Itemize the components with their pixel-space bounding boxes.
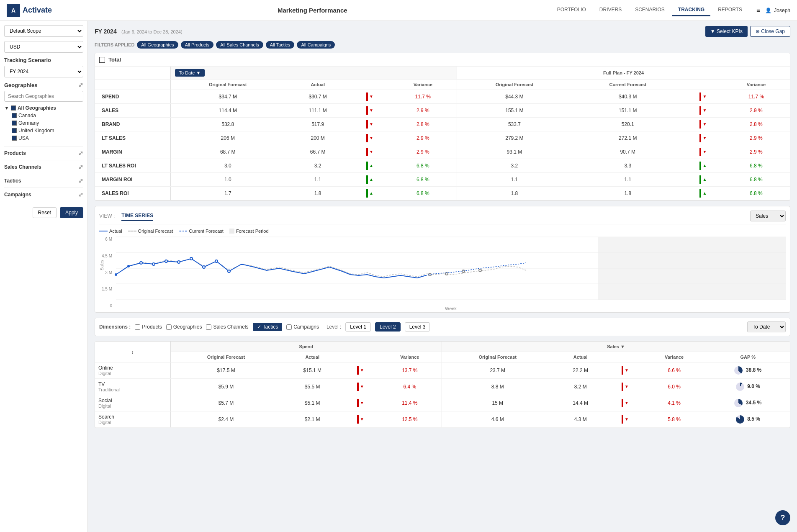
sa-bar-col: ▼ [608,379,643,395]
nav-scenarios[interactable]: SCENARIOS [629,4,671,16]
geo-canada[interactable]: Canada [12,112,83,119]
help-button[interactable]: ? [775,510,790,525]
filter-all-tactics[interactable]: All Tactics [266,41,295,49]
metric-select[interactable]: Sales [750,211,786,221]
scope-select[interactable]: Default Scope [4,25,83,37]
geo-search-input[interactable] [4,91,83,102]
dim-products-check[interactable] [135,324,140,330]
dim-products[interactable]: Products [135,324,162,330]
filters-bar: FILTERS APPLIED All Geographies All Prod… [95,41,790,49]
nav-portfolio[interactable]: PORTFOLIO [551,4,592,16]
sp-bar [357,415,359,424]
sales-channels-expand-icon[interactable]: ⤢ [78,164,83,170]
sa-arrow: ▼ [625,368,629,373]
dim-geographies[interactable]: Geographies [166,324,202,330]
th-to-date: To Date ▼ [170,67,457,80]
geo-germany[interactable]: Germany [12,119,83,127]
tracking-scenario-select[interactable]: FY 2024 [4,66,83,77]
sp-var: 6.4 % [378,379,442,395]
reset-button[interactable]: Reset [33,207,57,218]
fp-variance-bar [699,106,701,115]
variance-arrow: ▼ [369,136,373,140]
filter-all-campaigns[interactable]: All Campaigns [297,41,335,49]
dim-period-select[interactable]: To Date [747,321,786,332]
total-fp-curr: 520.1 [572,118,684,131]
legend-current: Current Forecast [179,229,224,234]
gap-pie [734,366,743,375]
sort-control[interactable]: ↕ [98,350,167,355]
th-sp-act: Actual [282,352,343,362]
period-bar: FY 2024 (Jan 6, 2024 to Dec 28, 2024) ▼ … [95,26,790,37]
sp-act: $2.1 M [282,411,343,428]
nav-drivers[interactable]: DRIVERS [594,4,627,16]
campaigns-expand-icon[interactable]: ⤢ [78,191,83,198]
dim-geographies-check[interactable] [166,324,172,330]
sa-bar-col: ▼ [608,411,643,428]
geo-usa-label: USA [18,135,29,141]
to-date-button[interactable]: To Date ▼ [175,69,205,77]
geo-all-label: All Geographies [18,105,56,111]
close-gap-button[interactable]: ⊕ Close Gap [750,26,790,37]
nav-reports[interactable]: REPORTS [712,4,748,16]
level-3-button[interactable]: Level 3 [405,322,430,332]
products-collapsible[interactable]: Products ⤢ [4,146,83,160]
doc-icon[interactable]: ≡ [756,7,760,14]
nav: PORTFOLIO DRIVERS SCENARIOS TRACKING REP… [551,4,748,16]
select-kpis-button[interactable]: ▼ Select KPIs [705,26,748,37]
dim-tactics-checked[interactable]: ✓ Tactics [253,323,283,331]
apply-button[interactable]: Apply [60,207,83,218]
total-bar: ▼ [350,145,389,159]
geo-all[interactable]: ▼ All Geographies [4,104,83,112]
geographies-expand-icon[interactable]: ⤢ [78,82,83,88]
tactic-name: Search [98,414,167,420]
total-bar: ▲ [350,173,389,187]
total-checkbox[interactable] [99,57,105,63]
tactics-expand-icon[interactable]: ⤢ [78,177,83,184]
th-var-1: Variance [389,80,457,90]
gap-pie [736,383,744,391]
total-fp-curr: 1.8 [572,187,684,200]
dim-campaigns-check[interactable] [286,324,292,330]
geo-germany-checkbox[interactable] [12,121,17,126]
tab-time-series[interactable]: TIME SERIES [121,211,153,221]
dim-campaigns[interactable]: Campaigns [286,324,319,330]
sales-channels-collapsible[interactable]: Sales Channels ⤢ [4,160,83,174]
th-sa-var: Variance [643,352,706,362]
geo-usa-checkbox[interactable] [12,136,17,141]
nav-tracking[interactable]: TRACKING [672,4,710,16]
total-row-label: MARGIN [95,145,170,159]
geo-uk[interactable]: United Kingdom [12,127,83,134]
total-fp-orig: 279.2 M [457,131,572,145]
products-expand-icon[interactable]: ⤢ [78,150,83,157]
sa-act: 14.4 M [553,395,608,411]
currency-select[interactable]: USD [4,41,83,53]
th-orig-forecast-2: Original Forecast [457,80,572,90]
filter-all-sales-channels[interactable]: All Sales Channels [216,41,263,49]
total-table-card: Total To Date ▼ Full Plan - FY 2024 Orig… [95,53,790,201]
geo-usa[interactable]: USA [12,134,83,142]
sa-act: 22.2 M [553,362,608,379]
fp-variance-arrow: ▼ [703,122,707,126]
level-label: Level : [327,324,341,330]
geo-all-checkbox[interactable] [11,105,16,111]
tactics-collapsible[interactable]: Tactics ⤢ [4,174,83,188]
dim-sales-channels[interactable]: Sales Channels [206,324,248,330]
total-bar: ▼ [350,131,389,145]
filter-all-geos[interactable]: All Geographies [137,41,178,49]
geo-canada-checkbox[interactable] [12,113,17,118]
y-0: 0 [99,303,112,308]
level-1-button[interactable]: Level 1 [345,322,371,332]
dim-sales-channels-check[interactable] [206,324,211,330]
dim-period-select-wrapper: To Date [747,321,786,332]
total-bar: ▼ [350,118,389,131]
th-tactics-name: ↕ [95,342,170,362]
campaigns-collapsible[interactable]: Campaigns ⤢ [4,188,83,201]
sa-arrow: ▼ [625,401,629,405]
sales-sort[interactable]: Sales ▼ [445,344,787,349]
total-fp-bar: ▼ [684,131,722,145]
geo-uk-checkbox[interactable] [12,128,17,133]
filter-all-products[interactable]: All Products [181,41,214,49]
gap-pie [736,415,744,424]
user-button[interactable]: 👤 Joseph [765,8,790,13]
level-2-button[interactable]: Level 2 [375,322,401,332]
